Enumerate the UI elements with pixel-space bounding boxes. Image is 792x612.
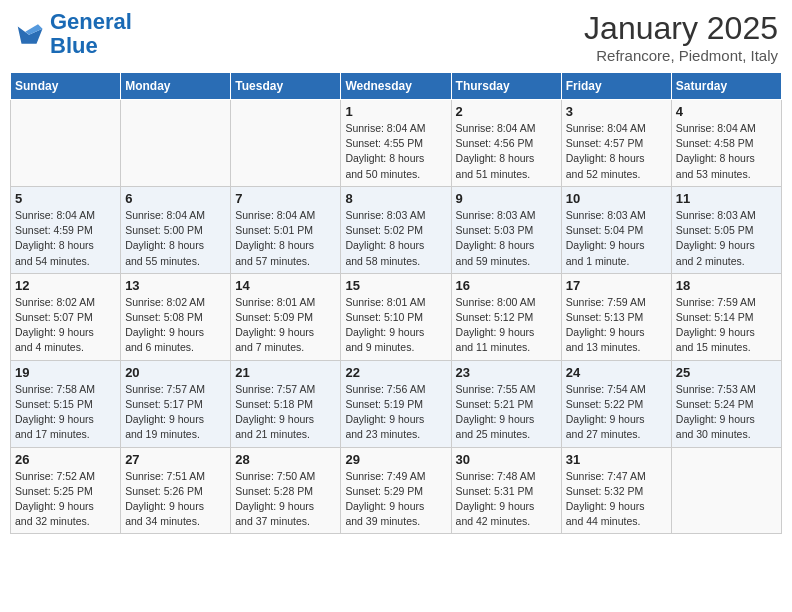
weekday-header-saturday: Saturday [671,73,781,100]
day-info: Sunrise: 8:04 AM Sunset: 4:56 PM Dayligh… [456,121,557,182]
day-number: 7 [235,191,336,206]
day-number: 16 [456,278,557,293]
day-number: 12 [15,278,116,293]
calendar-cell: 7Sunrise: 8:04 AM Sunset: 5:01 PM Daylig… [231,186,341,273]
day-number: 17 [566,278,667,293]
page-header: General Blue January 2025 Refrancore, Pi… [10,10,782,64]
calendar-cell: 4Sunrise: 8:04 AM Sunset: 4:58 PM Daylig… [671,100,781,187]
day-info: Sunrise: 8:04 AM Sunset: 5:00 PM Dayligh… [125,208,226,269]
weekday-header-friday: Friday [561,73,671,100]
day-number: 28 [235,452,336,467]
calendar-cell: 24Sunrise: 7:54 AM Sunset: 5:22 PM Dayli… [561,360,671,447]
day-number: 22 [345,365,446,380]
day-number: 29 [345,452,446,467]
calendar-week-row: 26Sunrise: 7:52 AM Sunset: 5:25 PM Dayli… [11,447,782,534]
calendar-cell: 22Sunrise: 7:56 AM Sunset: 5:19 PM Dayli… [341,360,451,447]
day-info: Sunrise: 8:01 AM Sunset: 5:10 PM Dayligh… [345,295,446,356]
calendar-cell: 16Sunrise: 8:00 AM Sunset: 5:12 PM Dayli… [451,273,561,360]
calendar-cell: 19Sunrise: 7:58 AM Sunset: 5:15 PM Dayli… [11,360,121,447]
weekday-header-row: SundayMondayTuesdayWednesdayThursdayFrid… [11,73,782,100]
calendar-cell: 21Sunrise: 7:57 AM Sunset: 5:18 PM Dayli… [231,360,341,447]
calendar-cell: 13Sunrise: 8:02 AM Sunset: 5:08 PM Dayli… [121,273,231,360]
day-info: Sunrise: 8:04 AM Sunset: 4:57 PM Dayligh… [566,121,667,182]
calendar-cell: 23Sunrise: 7:55 AM Sunset: 5:21 PM Dayli… [451,360,561,447]
calendar-cell [231,100,341,187]
day-number: 19 [15,365,116,380]
day-info: Sunrise: 8:04 AM Sunset: 5:01 PM Dayligh… [235,208,336,269]
calendar-table: SundayMondayTuesdayWednesdayThursdayFrid… [10,72,782,534]
day-info: Sunrise: 8:02 AM Sunset: 5:08 PM Dayligh… [125,295,226,356]
day-info: Sunrise: 8:04 AM Sunset: 4:58 PM Dayligh… [676,121,777,182]
calendar-week-row: 5Sunrise: 8:04 AM Sunset: 4:59 PM Daylig… [11,186,782,273]
day-info: Sunrise: 7:59 AM Sunset: 5:13 PM Dayligh… [566,295,667,356]
day-info: Sunrise: 8:01 AM Sunset: 5:09 PM Dayligh… [235,295,336,356]
day-number: 25 [676,365,777,380]
day-number: 5 [15,191,116,206]
day-info: Sunrise: 7:57 AM Sunset: 5:18 PM Dayligh… [235,382,336,443]
day-number: 1 [345,104,446,119]
day-number: 26 [15,452,116,467]
day-info: Sunrise: 7:56 AM Sunset: 5:19 PM Dayligh… [345,382,446,443]
logo: General Blue [14,10,132,58]
day-number: 24 [566,365,667,380]
calendar-cell: 28Sunrise: 7:50 AM Sunset: 5:28 PM Dayli… [231,447,341,534]
day-info: Sunrise: 8:03 AM Sunset: 5:02 PM Dayligh… [345,208,446,269]
calendar-cell: 3Sunrise: 8:04 AM Sunset: 4:57 PM Daylig… [561,100,671,187]
day-number: 6 [125,191,226,206]
day-number: 20 [125,365,226,380]
weekday-header-monday: Monday [121,73,231,100]
calendar-cell: 18Sunrise: 7:59 AM Sunset: 5:14 PM Dayli… [671,273,781,360]
calendar-cell: 17Sunrise: 7:59 AM Sunset: 5:13 PM Dayli… [561,273,671,360]
day-info: Sunrise: 7:58 AM Sunset: 5:15 PM Dayligh… [15,382,116,443]
calendar-cell: 25Sunrise: 7:53 AM Sunset: 5:24 PM Dayli… [671,360,781,447]
calendar-cell: 10Sunrise: 8:03 AM Sunset: 5:04 PM Dayli… [561,186,671,273]
day-info: Sunrise: 7:47 AM Sunset: 5:32 PM Dayligh… [566,469,667,530]
day-info: Sunrise: 8:03 AM Sunset: 5:05 PM Dayligh… [676,208,777,269]
day-info: Sunrise: 7:48 AM Sunset: 5:31 PM Dayligh… [456,469,557,530]
day-number: 21 [235,365,336,380]
day-info: Sunrise: 7:51 AM Sunset: 5:26 PM Dayligh… [125,469,226,530]
calendar-week-row: 1Sunrise: 8:04 AM Sunset: 4:55 PM Daylig… [11,100,782,187]
calendar-cell: 6Sunrise: 8:04 AM Sunset: 5:00 PM Daylig… [121,186,231,273]
calendar-week-row: 12Sunrise: 8:02 AM Sunset: 5:07 PM Dayli… [11,273,782,360]
day-number: 3 [566,104,667,119]
day-number: 18 [676,278,777,293]
logo-line1: General [50,9,132,34]
weekday-header-wednesday: Wednesday [341,73,451,100]
day-number: 13 [125,278,226,293]
weekday-header-sunday: Sunday [11,73,121,100]
day-info: Sunrise: 7:49 AM Sunset: 5:29 PM Dayligh… [345,469,446,530]
calendar-week-row: 19Sunrise: 7:58 AM Sunset: 5:15 PM Dayli… [11,360,782,447]
weekday-header-thursday: Thursday [451,73,561,100]
calendar-cell: 31Sunrise: 7:47 AM Sunset: 5:32 PM Dayli… [561,447,671,534]
day-number: 14 [235,278,336,293]
day-info: Sunrise: 7:55 AM Sunset: 5:21 PM Dayligh… [456,382,557,443]
weekday-header-tuesday: Tuesday [231,73,341,100]
calendar-cell: 30Sunrise: 7:48 AM Sunset: 5:31 PM Dayli… [451,447,561,534]
day-number: 10 [566,191,667,206]
day-info: Sunrise: 7:53 AM Sunset: 5:24 PM Dayligh… [676,382,777,443]
calendar-cell: 20Sunrise: 7:57 AM Sunset: 5:17 PM Dayli… [121,360,231,447]
logo-line2: Blue [50,33,98,58]
day-info: Sunrise: 8:03 AM Sunset: 5:03 PM Dayligh… [456,208,557,269]
title-block: January 2025 Refrancore, Piedmont, Italy [584,10,778,64]
day-info: Sunrise: 8:00 AM Sunset: 5:12 PM Dayligh… [456,295,557,356]
calendar-cell [671,447,781,534]
calendar-cell: 27Sunrise: 7:51 AM Sunset: 5:26 PM Dayli… [121,447,231,534]
day-info: Sunrise: 8:04 AM Sunset: 4:55 PM Dayligh… [345,121,446,182]
calendar-cell: 2Sunrise: 8:04 AM Sunset: 4:56 PM Daylig… [451,100,561,187]
day-info: Sunrise: 8:03 AM Sunset: 5:04 PM Dayligh… [566,208,667,269]
calendar-title: January 2025 [584,10,778,47]
calendar-cell: 11Sunrise: 8:03 AM Sunset: 5:05 PM Dayli… [671,186,781,273]
calendar-cell: 15Sunrise: 8:01 AM Sunset: 5:10 PM Dayli… [341,273,451,360]
calendar-subtitle: Refrancore, Piedmont, Italy [584,47,778,64]
day-info: Sunrise: 7:57 AM Sunset: 5:17 PM Dayligh… [125,382,226,443]
day-number: 8 [345,191,446,206]
calendar-cell: 12Sunrise: 8:02 AM Sunset: 5:07 PM Dayli… [11,273,121,360]
day-info: Sunrise: 7:54 AM Sunset: 5:22 PM Dayligh… [566,382,667,443]
calendar-cell [121,100,231,187]
calendar-cell: 5Sunrise: 8:04 AM Sunset: 4:59 PM Daylig… [11,186,121,273]
calendar-cell: 8Sunrise: 8:03 AM Sunset: 5:02 PM Daylig… [341,186,451,273]
day-info: Sunrise: 8:04 AM Sunset: 4:59 PM Dayligh… [15,208,116,269]
calendar-cell: 14Sunrise: 8:01 AM Sunset: 5:09 PM Dayli… [231,273,341,360]
